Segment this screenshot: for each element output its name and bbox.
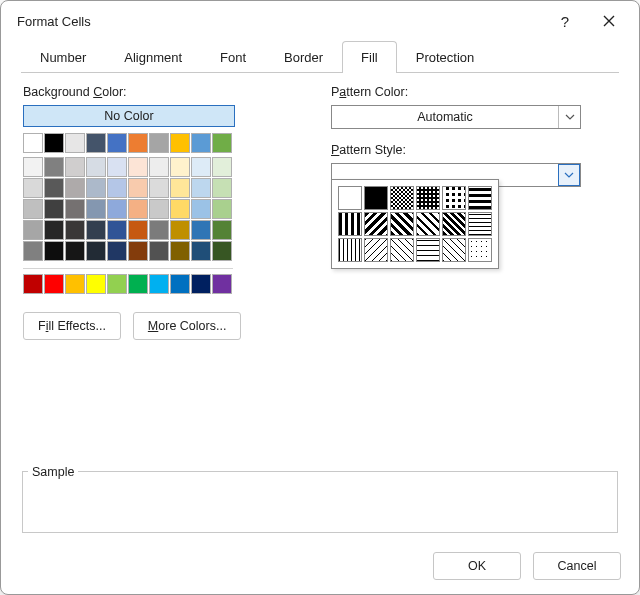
color-swatch[interactable] [86,157,106,177]
color-swatch[interactable] [170,133,190,153]
color-swatch[interactable] [107,241,127,261]
tab-font[interactable]: Font [201,41,265,73]
color-swatch[interactable] [212,178,232,198]
pattern-swatch-none[interactable] [338,186,362,210]
color-swatch[interactable] [65,241,85,261]
color-swatch[interactable] [191,157,211,177]
color-swatch[interactable] [212,241,232,261]
color-swatch[interactable] [86,199,106,219]
color-swatch[interactable] [149,157,169,177]
close-button[interactable] [587,5,631,37]
color-swatch[interactable] [107,220,127,240]
color-swatch[interactable] [23,220,43,240]
color-swatch[interactable] [44,220,64,240]
ok-button[interactable]: OK [433,552,521,580]
color-swatch[interactable] [149,133,169,153]
color-swatch[interactable] [23,241,43,261]
color-swatch[interactable] [44,274,64,294]
color-swatch[interactable] [44,133,64,153]
color-swatch[interactable] [65,178,85,198]
color-swatch[interactable] [170,199,190,219]
color-swatch[interactable] [44,241,64,261]
color-swatch[interactable] [170,241,190,261]
color-swatch[interactable] [149,199,169,219]
pattern-swatch-thin-horz[interactable] [468,212,492,236]
tab-number[interactable]: Number [21,41,105,73]
color-swatch[interactable] [23,178,43,198]
more-colors-button[interactable]: More Colors... [133,312,242,340]
pattern-swatch-horz-stripe[interactable] [468,186,492,210]
color-swatch[interactable] [128,157,148,177]
pattern-swatch-thin-horz-cross[interactable] [416,238,440,262]
color-swatch[interactable] [191,274,211,294]
tab-fill[interactable]: Fill [342,41,397,73]
color-swatch[interactable] [86,178,106,198]
color-swatch[interactable] [23,157,43,177]
color-swatch[interactable] [44,178,64,198]
color-swatch[interactable] [170,220,190,240]
color-swatch[interactable] [191,199,211,219]
pattern-swatch-thin-diag-cross[interactable] [442,238,466,262]
color-swatch[interactable] [170,178,190,198]
tab-border[interactable]: Border [265,41,342,73]
pattern-swatch-gray25[interactable] [442,186,466,210]
pattern-swatch-vert-stripe[interactable] [338,212,362,236]
color-swatch[interactable] [212,133,232,153]
color-swatch[interactable] [65,199,85,219]
color-swatch[interactable] [128,199,148,219]
color-swatch[interactable] [65,157,85,177]
color-swatch[interactable] [107,157,127,177]
color-swatch[interactable] [65,274,85,294]
color-swatch[interactable] [170,274,190,294]
tab-protection[interactable]: Protection [397,41,494,73]
pattern-color-dropdown[interactable]: Automatic [331,105,581,129]
color-swatch[interactable] [44,157,64,177]
pattern-swatch-gray75[interactable] [416,186,440,210]
color-swatch[interactable] [128,220,148,240]
pattern-swatch-gray12[interactable] [468,238,492,262]
color-swatch[interactable] [107,274,127,294]
pattern-swatch-thin-vert[interactable] [338,238,362,262]
pattern-swatch-diag[interactable] [390,212,414,236]
pattern-swatch-solid[interactable] [364,186,388,210]
pattern-swatch-rev-diag[interactable] [364,212,388,236]
tab-alignment[interactable]: Alignment [105,41,201,73]
no-color-button[interactable]: No Color [23,105,235,127]
color-swatch[interactable] [128,241,148,261]
pattern-swatch-thick-diag-cross[interactable] [442,212,466,236]
color-swatch[interactable] [86,274,106,294]
color-swatch[interactable] [23,199,43,219]
color-swatch[interactable] [149,220,169,240]
fill-effects-button[interactable]: Fill Effects... [23,312,121,340]
color-swatch[interactable] [191,133,211,153]
color-swatch[interactable] [212,157,232,177]
cancel-button[interactable]: Cancel [533,552,621,580]
color-swatch[interactable] [128,133,148,153]
color-swatch[interactable] [107,199,127,219]
color-swatch[interactable] [44,199,64,219]
color-swatch[interactable] [86,133,106,153]
help-button[interactable]: ? [543,5,587,37]
color-swatch[interactable] [191,241,211,261]
color-swatch[interactable] [212,220,232,240]
pattern-swatch-thin-diag[interactable] [390,238,414,262]
color-swatch[interactable] [128,274,148,294]
color-swatch[interactable] [107,178,127,198]
color-swatch[interactable] [23,133,43,153]
pattern-swatch-gray50[interactable] [390,186,414,210]
color-swatch[interactable] [212,199,232,219]
color-swatch[interactable] [149,178,169,198]
pattern-swatch-thin-rev-diag[interactable] [364,238,388,262]
color-swatch[interactable] [128,178,148,198]
color-swatch[interactable] [65,133,85,153]
color-swatch[interactable] [86,241,106,261]
color-swatch[interactable] [23,274,43,294]
color-swatch[interactable] [149,241,169,261]
color-swatch[interactable] [107,133,127,153]
color-swatch[interactable] [170,157,190,177]
color-swatch[interactable] [65,220,85,240]
pattern-swatch-diag-cross[interactable] [416,212,440,236]
color-swatch[interactable] [149,274,169,294]
color-swatch[interactable] [86,220,106,240]
color-swatch[interactable] [191,220,211,240]
